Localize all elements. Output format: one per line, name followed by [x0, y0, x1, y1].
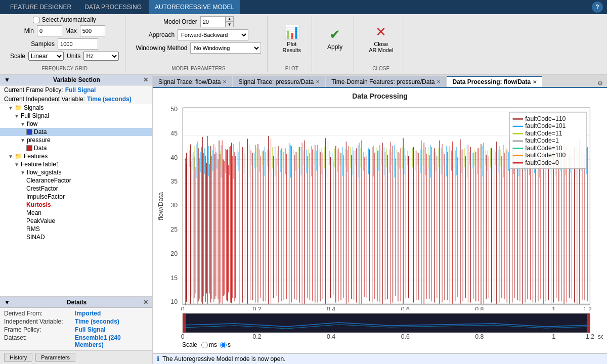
scale-ms-radio[interactable] — [201, 342, 208, 348]
indep-var-detail-row: Independent Variable: Time (seconds) — [4, 317, 148, 326]
apply-button[interactable]: ✔ Apply — [322, 20, 348, 57]
select-auto-row: Select Automatically — [33, 16, 96, 23]
svg-text:faultCode=100: faultCode=100 — [525, 151, 566, 159]
variable-section-close[interactable]: ✕ — [143, 76, 148, 83]
derived-from-value: Imported — [75, 310, 101, 317]
svg-text:45: 45 — [170, 129, 178, 137]
scale-ms-option[interactable]: ms — [201, 341, 217, 348]
model-order-down[interactable]: ▼ — [226, 22, 234, 27]
tree-flow-data[interactable]: Data — [0, 128, 152, 136]
pressure-data-label: Data — [34, 145, 47, 152]
tree-feature-table1[interactable]: ▼ FeatureTable1 — [0, 160, 152, 168]
tree-crest-factor[interactable]: CrestFactor — [0, 185, 152, 193]
indep-var-label: Current Independent Variable: — [4, 96, 85, 103]
tab-signal-trace-flow[interactable]: Signal Trace: flow/Data ✕ — [153, 76, 232, 87]
tab-signal-trace-flow-close[interactable]: ✕ — [223, 79, 227, 84]
features-label: Features — [24, 153, 48, 160]
details-close[interactable]: ✕ — [143, 299, 148, 306]
flow-toggle-icon: ▼ — [20, 121, 25, 127]
tab-signal-trace-pressure-label: Signal Trace: pressure/Data — [238, 78, 314, 85]
flow-data-color — [26, 129, 32, 135]
svg-rect-377 — [587, 313, 590, 333]
tree-flow-sigstats[interactable]: ▼ flow_sigstats — [0, 168, 152, 176]
feature-table1-label: FeatureTable1 — [21, 161, 60, 168]
tree-pressure[interactable]: ▼ pressure — [0, 136, 152, 144]
tree-features[interactable]: ▼ 📁 Features — [0, 152, 152, 160]
scale-s-option[interactable]: s — [220, 341, 231, 348]
tab-time-domain-features-close[interactable]: ✕ — [437, 79, 441, 84]
units-select[interactable]: Hz kHz — [83, 52, 119, 61]
plot-group: 📊 PlotResults PLOT — [272, 16, 312, 72]
status-bar: ℹ The Autoregressive Model mode is now o… — [153, 353, 607, 364]
tab-settings-icon[interactable]: ⚙ — [593, 80, 607, 87]
details-section-header[interactable]: ▼ Details ✕ — [0, 297, 152, 308]
derived-from-row: Derived From: Imported — [4, 309, 148, 317]
svg-text:35: 35 — [170, 177, 178, 186]
model-order-up[interactable]: ▲ — [226, 16, 234, 22]
tree-peak-value[interactable]: PeakValue — [0, 217, 152, 225]
sinad-label: SINAD — [26, 234, 45, 241]
scale-s-radio[interactable] — [220, 342, 227, 348]
kurtosis-label: Kurtosis — [26, 201, 51, 208]
tree-sinad[interactable]: SINAD — [0, 233, 152, 241]
close-group-label: CLOSE — [372, 66, 389, 72]
svg-text:1: 1 — [552, 333, 555, 340]
derived-from-key: Derived From: — [4, 310, 75, 317]
apply-checkmark-icon: ✔ — [329, 27, 340, 42]
model-order-input[interactable] — [200, 16, 226, 27]
tree-full-signal[interactable]: ▼ Full Signal — [0, 112, 152, 120]
model-order-row: Model Order ▲ ▼ — [163, 16, 234, 27]
samples-input[interactable] — [58, 38, 98, 50]
help-button[interactable]: ? — [592, 2, 603, 13]
indep-var-row: Current Independent Variable: Time (seco… — [0, 95, 152, 104]
svg-text:0.6: 0.6 — [401, 305, 410, 310]
tree-kurtosis[interactable]: Kurtosis — [0, 201, 152, 209]
details-panel: ▼ Details ✕ Derived From: Imported Indep… — [0, 297, 152, 364]
full-signal-label: Full Signal — [21, 112, 49, 119]
svg-text:sec: sec — [598, 333, 603, 340]
tab-time-domain-features[interactable]: Time-Domain Features: pressure/Data ✕ — [326, 76, 446, 87]
svg-text:0.2: 0.2 — [252, 305, 261, 310]
tree-clearance-factor[interactable]: ClearanceFactor — [0, 176, 152, 185]
chart-title: Data Processing — [157, 92, 603, 100]
tab-autoregressive-model[interactable]: AUTOREGRESSIVE MODEL — [149, 0, 240, 14]
svg-text:0: 0 — [181, 333, 185, 340]
approach-select[interactable]: Forward-Backward Burg Covariance Modifie… — [178, 29, 248, 40]
tree-rms[interactable]: RMS — [0, 225, 152, 233]
details-title: Details — [67, 299, 86, 306]
apply-label: Apply — [327, 43, 342, 51]
svg-text:20: 20 — [170, 250, 178, 258]
svg-text:faultCode=11: faultCode=11 — [525, 129, 562, 137]
parameters-button[interactable]: Parameters — [35, 353, 75, 362]
tab-feature-designer[interactable]: FEATURE DESIGNER — [4, 0, 77, 14]
select-auto-checkbox[interactable] — [33, 17, 39, 23]
tree-impulse-factor[interactable]: ImpulseFactor — [0, 193, 152, 201]
tab-signal-trace-pressure-close[interactable]: ✕ — [316, 79, 320, 84]
max-input[interactable] — [80, 25, 105, 36]
svg-text:1.2: 1.2 — [583, 305, 592, 310]
windowing-select[interactable]: No Windowing Hann Hamming — [190, 42, 261, 54]
chart-area: Data Processing flow/Data 10 15 20 25 30… — [153, 88, 607, 353]
tree-signals[interactable]: ▼ 📁 Signals — [0, 104, 152, 112]
plot-results-button[interactable]: 📊 PlotResults — [278, 20, 306, 57]
scale-row: Scale ms s — [157, 340, 603, 349]
tree-mean[interactable]: Mean — [0, 209, 152, 217]
left-panel: ▼ Variable Section ✕ Current Frame Polic… — [0, 75, 153, 364]
tab-data-processing-flow[interactable]: Data Processing: flow/Data ✕ — [447, 76, 542, 87]
feature-table1-toggle-icon: ▼ — [14, 162, 19, 167]
dataset-value: Ensemble1 (240 Members) — [75, 334, 148, 348]
scale-select[interactable]: Linear Log — [28, 52, 64, 61]
signals-label: Signals — [24, 104, 44, 111]
tab-data-processing[interactable]: DATA PROCESSING — [78, 0, 148, 14]
tree-flow[interactable]: ▼ flow — [0, 120, 152, 128]
tab-data-processing-flow-close[interactable]: ✕ — [533, 79, 537, 85]
close-ar-model-button[interactable]: ✕ CloseAR Model — [364, 20, 398, 57]
tab-signal-trace-pressure[interactable]: Signal Trace: pressure/Data ✕ — [233, 76, 325, 87]
variable-section-header[interactable]: ▼ Variable Section ✕ — [0, 75, 152, 85]
approach-label: Approach — [149, 31, 175, 38]
history-button[interactable]: History — [4, 353, 32, 362]
bottom-buttons: History Parameters — [0, 350, 152, 364]
min-input[interactable] — [37, 25, 62, 36]
tree-pressure-data[interactable]: Data — [0, 144, 152, 152]
flow-sigstats-label: flow_sigstats — [27, 169, 62, 176]
